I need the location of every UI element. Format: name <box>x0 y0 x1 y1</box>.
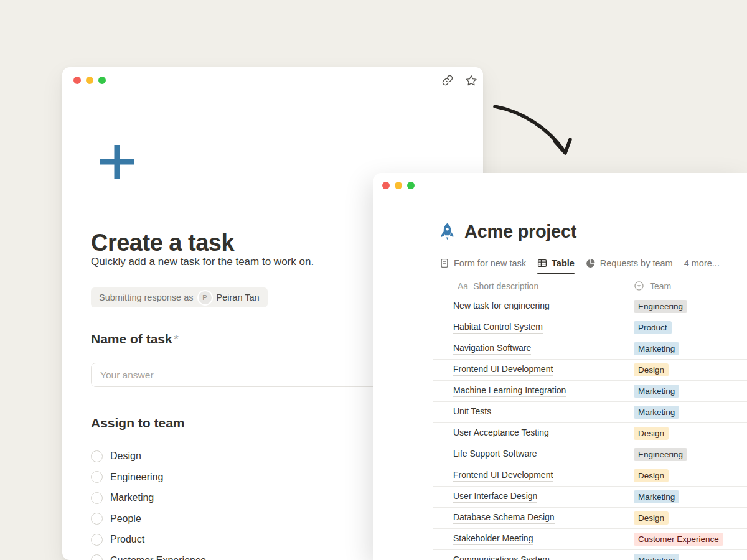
task-name-label: Name of task* <box>91 332 179 347</box>
table-row[interactable]: Unit Tests Marketing <box>433 402 747 423</box>
tab-requests-by-team[interactable]: Requests by team <box>586 253 673 273</box>
team-option-label: Customer Experience <box>110 555 206 560</box>
team-option[interactable]: Customer Experience <box>91 553 206 560</box>
table-row[interactable]: Database Schema Design Design <box>433 508 747 529</box>
team-option-label: People <box>110 513 141 525</box>
task-title: Frontend UI Development <box>453 470 553 482</box>
team-option[interactable]: Product <box>91 532 206 547</box>
table-row[interactable]: Frontend UI Development Design <box>433 465 747 487</box>
team-cell[interactable]: Marketing <box>626 381 747 401</box>
task-title-cell[interactable]: Frontend UI Development <box>433 360 626 380</box>
team-cell[interactable]: Design <box>626 423 747 444</box>
team-cell[interactable]: Engineering <box>626 444 747 465</box>
team-cell[interactable]: Design <box>626 465 747 486</box>
minimize-window-button[interactable] <box>86 77 93 84</box>
link-icon[interactable] <box>441 74 454 86</box>
form-title: Create a task <box>91 229 234 258</box>
task-title-cell[interactable]: Frontend UI Development <box>433 465 626 486</box>
task-title: Stakeholder Meeting <box>453 533 533 546</box>
task-title: Communications System <box>453 554 550 560</box>
task-title: Navigation Software <box>453 343 531 355</box>
task-title-cell[interactable]: Communications System <box>433 550 626 560</box>
table-row[interactable]: Frontend UI Development Design <box>433 360 747 381</box>
zoom-window-button[interactable] <box>407 182 415 189</box>
task-title-cell[interactable]: New task for engineering <box>433 296 626 317</box>
radio-icon[interactable] <box>91 471 103 483</box>
minimize-window-button[interactable] <box>395 182 402 189</box>
task-title-cell[interactable]: Unit Tests <box>433 402 626 422</box>
team-option-label: Marketing <box>110 492 154 503</box>
team-tag: Product <box>634 321 672 334</box>
task-title: Unit Tests <box>453 406 491 419</box>
table-row[interactable]: Communications System Marketing <box>433 550 747 560</box>
task-title: Frontend UI Development <box>453 364 553 376</box>
radio-icon[interactable] <box>91 450 103 462</box>
team-option-label: Product <box>110 534 144 545</box>
submitting-as-prefix: Submitting response as <box>99 292 194 302</box>
team-tag: Marketing <box>634 406 679 419</box>
task-title: Database Schema Design <box>453 512 555 525</box>
team-tag: Marketing <box>634 385 679 398</box>
radio-icon[interactable] <box>91 534 103 546</box>
radio-icon[interactable] <box>91 513 103 525</box>
assign-team-label: Assign to team <box>91 416 185 431</box>
team-option[interactable]: Design <box>91 449 206 464</box>
task-title-cell[interactable]: Machine Learning Integration <box>433 381 626 401</box>
team-cell[interactable]: Marketing <box>626 550 747 560</box>
task-title-cell[interactable]: Life Support Software <box>433 444 626 465</box>
column-header-team[interactable]: Team <box>626 276 747 296</box>
table-row[interactable]: New task for engineering Engineering <box>433 296 747 317</box>
team-cell[interactable]: Marketing <box>626 338 747 359</box>
team-option[interactable]: People <box>91 511 206 526</box>
table-row[interactable]: Machine Learning Integration Marketing <box>433 381 747 402</box>
team-option[interactable]: Engineering <box>91 470 206 485</box>
text-property-icon: Aa <box>458 281 468 291</box>
table-row[interactable]: Life Support Software Engineering <box>433 444 747 465</box>
close-window-button[interactable] <box>382 182 390 189</box>
table-row[interactable]: User Interface Design Marketing <box>433 487 747 508</box>
team-cell[interactable]: Design <box>626 508 747 528</box>
close-window-button[interactable] <box>73 77 81 84</box>
task-title: Machine Learning Integration <box>453 385 566 398</box>
table-row[interactable]: Stakeholder Meeting Customer Experience <box>433 529 747 550</box>
pie-chart-icon <box>586 258 596 268</box>
team-cell[interactable]: Marketing <box>626 487 747 507</box>
team-cell[interactable]: Engineering <box>626 296 747 317</box>
team-tag: Marketing <box>634 554 679 560</box>
rocket-icon[interactable] <box>438 222 457 241</box>
task-title-cell[interactable]: Navigation Software <box>433 338 626 359</box>
window-controls <box>382 182 415 189</box>
team-option[interactable]: Marketing <box>91 490 206 505</box>
table-body: New task for engineering Engineering Hab… <box>433 296 747 560</box>
task-title: New task for engineering <box>453 301 550 313</box>
zoom-window-button[interactable] <box>98 77 106 84</box>
task-title-cell[interactable]: Database Schema Design <box>433 508 626 528</box>
team-cell[interactable]: Marketing <box>626 402 747 422</box>
table-row[interactable]: Navigation Software Marketing <box>433 338 747 360</box>
page-title: Acme project <box>464 222 576 242</box>
table-window: Acme project Form for new task Table Req… <box>374 173 747 560</box>
task-title-cell[interactable]: User Acceptance Testing <box>433 423 626 444</box>
table-row[interactable]: User Acceptance Testing Design <box>433 423 747 444</box>
task-title: User Interface Design <box>453 491 537 503</box>
table-row[interactable]: Habitat Control System Product <box>433 317 747 338</box>
tab-table[interactable]: Table <box>537 253 575 273</box>
task-title-cell[interactable]: Habitat Control System <box>433 317 626 338</box>
task-title-cell[interactable]: User Interface Design <box>433 487 626 507</box>
task-title-cell[interactable]: Stakeholder Meeting <box>433 529 626 549</box>
form-subtitle: Quickly add a new task for the team to w… <box>91 254 314 269</box>
table-header-row: Aa Short description Team <box>433 276 747 296</box>
window-controls <box>73 77 106 84</box>
column-header-short-description[interactable]: Aa Short description <box>433 276 626 296</box>
team-cell[interactable]: Design <box>626 360 747 380</box>
tab-form-for-new-task[interactable]: Form for new task <box>439 253 526 273</box>
team-cell[interactable]: Customer Experience <box>626 529 747 549</box>
radio-icon[interactable] <box>91 554 103 560</box>
tab-more-views[interactable]: 4 more... <box>684 253 720 273</box>
radio-icon[interactable] <box>91 492 103 504</box>
team-tag: Design <box>634 363 669 376</box>
task-title: Habitat Control System <box>453 322 543 334</box>
team-tag: Marketing <box>634 342 679 355</box>
team-cell[interactable]: Product <box>626 317 747 338</box>
star-icon[interactable] <box>465 74 477 86</box>
